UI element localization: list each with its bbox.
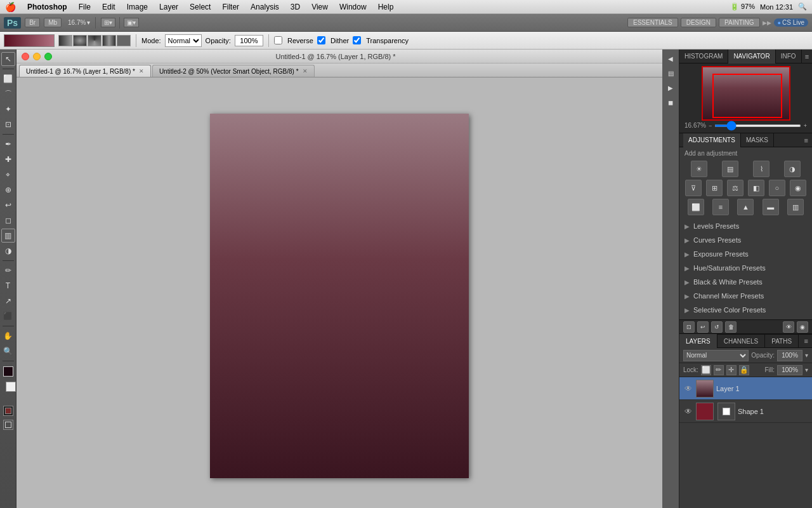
zoom-dropdown-arrow[interactable]: ▾ <box>87 19 90 26</box>
transparency-checkbox[interactable] <box>353 36 361 44</box>
adj-previous-icon[interactable]: ↩ <box>697 321 709 333</box>
layer-row-layer1[interactable]: 👁 Layer 1 <box>679 377 812 400</box>
shape1-visibility-icon[interactable]: 👁 <box>683 406 693 417</box>
adj-clips-icon[interactable]: ⊡ <box>683 321 695 333</box>
levels-icon[interactable]: ▤ <box>722 161 738 177</box>
crop-tool[interactable]: ⊡ <box>1 117 15 131</box>
eyedropper-tool[interactable]: ✒ <box>1 137 15 151</box>
exposure-presets-row[interactable]: ▶ Exposure Presets <box>679 247 812 261</box>
adjustments-menu-icon[interactable]: ≡ <box>804 137 808 144</box>
opacity-input[interactable] <box>235 35 263 46</box>
search-icon[interactable]: 🔍 <box>798 3 807 11</box>
layers-panel-menu-icon[interactable]: ≡ <box>801 337 812 345</box>
apple-menu[interactable]: 🍎 <box>5 2 16 12</box>
curves-presets-row[interactable]: ▶ Curves Presets <box>679 233 812 247</box>
layer-row-shape1[interactable]: 👁 Shape 1 <box>679 400 812 423</box>
pen-tool[interactable]: ✏ <box>1 264 15 277</box>
selective-color-icon2[interactable]: ▥ <box>787 199 804 215</box>
brightness-contrast-icon[interactable]: ☀ <box>691 161 707 177</box>
menu-layer[interactable]: Layer <box>154 1 183 13</box>
navigator-preview[interactable] <box>702 66 790 121</box>
shape-tool[interactable]: ⬛ <box>1 309 15 323</box>
gradient-map-icon[interactable]: ▬ <box>763 199 779 215</box>
tab-untitled1[interactable]: Untitled-1 @ 16.7% (Layer 1, RGB/8) * ✕ <box>19 65 151 77</box>
lock-position-icon[interactable]: ✛ <box>726 365 737 375</box>
hand-tool[interactable]: ✋ <box>1 329 15 343</box>
close-button[interactable] <box>22 53 29 60</box>
adj-reset-icon[interactable]: ↺ <box>711 321 723 333</box>
channel-mixer-icon[interactable]: ◉ <box>790 180 806 196</box>
brush-tool[interactable]: ⌖ <box>1 168 15 182</box>
painting-button[interactable]: PAINTING <box>719 18 759 27</box>
channel-mixer-presets-row[interactable]: ▶ Channel Mixer Presets <box>679 289 812 303</box>
hue-sat-presets-row[interactable]: ▶ Hue/Saturation Presets <box>679 261 812 275</box>
tab-close-icon2[interactable]: ✕ <box>303 68 308 74</box>
eraser-tool[interactable]: ◻ <box>1 213 15 227</box>
menu-file[interactable]: File <box>74 1 96 13</box>
top-panel-menu-icon[interactable]: ≡ <box>802 50 812 64</box>
photo-filter-icon[interactable]: ○ <box>769 180 785 196</box>
lock-transparent-icon[interactable]: ⬜ <box>701 365 711 375</box>
zoom-out-icon[interactable]: − <box>709 123 712 129</box>
exposure-icon[interactable]: ◑ <box>784 161 801 177</box>
paths-tab[interactable]: PATHS <box>765 334 799 348</box>
adjustments-tab[interactable]: ADJUSTMENTS <box>683 133 741 147</box>
bw-icon[interactable]: ◧ <box>748 180 764 196</box>
menu-filter[interactable]: Filter <box>217 1 244 13</box>
opacity-input[interactable] <box>777 350 802 361</box>
tab-close-icon1[interactable]: ✕ <box>139 68 144 74</box>
mode-select[interactable]: Normal <box>165 34 202 47</box>
menu-image[interactable]: Image <box>122 1 153 13</box>
fill-dropdown-arrow[interactable]: ▾ <box>805 366 808 373</box>
move-tool[interactable]: ↖ <box>1 52 15 66</box>
lasso-tool[interactable]: ⌒ <box>1 87 15 101</box>
adj-color-icon[interactable]: ◉ <box>797 321 808 333</box>
masks-tab[interactable]: MASKS <box>741 133 774 147</box>
threshold-icon[interactable]: ▲ <box>737 199 754 215</box>
diamond-gradient-button[interactable] <box>117 35 131 46</box>
panel-toggle2[interactable]: ▤ <box>664 67 677 79</box>
layer1-visibility-icon[interactable]: 👁 <box>683 384 693 394</box>
adj-eye-icon[interactable]: 👁 <box>783 321 794 333</box>
fill-input[interactable] <box>777 365 802 375</box>
br-button[interactable]: Br <box>25 18 40 27</box>
tab-histogram[interactable]: HISTOGRAM <box>679 50 728 64</box>
layers-tab[interactable]: LAYERS <box>679 334 717 348</box>
radial-gradient-button[interactable] <box>73 35 87 46</box>
zoom-in-icon[interactable]: + <box>804 123 807 129</box>
invert-icon[interactable]: ⬜ <box>688 199 704 215</box>
heal-tool[interactable]: ✚ <box>1 152 15 166</box>
zoom-slider[interactable] <box>714 124 801 127</box>
mb-button[interactable]: Mb <box>44 18 62 27</box>
channels-tab[interactable]: CHANNELS <box>717 334 765 348</box>
menu-select[interactable]: Select <box>185 1 216 13</box>
opacity-dropdown-arrow[interactable]: ▾ <box>805 352 808 359</box>
gradient-preview[interactable] <box>4 34 55 47</box>
clone-tool[interactable]: ⊕ <box>1 183 15 197</box>
dither-checkbox[interactable] <box>317 36 325 44</box>
panel-toggle1[interactable]: ◀ <box>664 52 677 65</box>
path-selection-tool[interactable]: ↗ <box>1 294 15 308</box>
essentials-button[interactable]: ESSENTIALS <box>627 18 678 27</box>
maximize-button[interactable] <box>44 53 52 60</box>
curves-icon[interactable]: ⌇ <box>753 161 769 177</box>
screen-mode-icon[interactable] <box>3 420 13 430</box>
history-tool[interactable]: ↩ <box>1 198 15 212</box>
linear-gradient-button[interactable] <box>58 35 72 46</box>
lock-image-icon[interactable]: ✏ <box>714 365 724 375</box>
zoom-tool[interactable]: 🔍 <box>1 344 15 358</box>
tab-navigator[interactable]: NAVIGATOR <box>728 50 775 64</box>
menu-help[interactable]: Help <box>373 1 399 13</box>
hue-saturation-icon[interactable]: ⊞ <box>706 180 723 196</box>
reverse-checkbox[interactable] <box>274 36 282 44</box>
menu-photoshop[interactable]: Photoshop <box>22 1 72 13</box>
lock-all-icon[interactable]: 🔒 <box>739 365 749 375</box>
adj-delete-icon[interactable]: 🗑 <box>725 321 737 333</box>
menu-edit[interactable]: Edit <box>97 1 121 13</box>
quick-select-tool[interactable]: ✦ <box>1 102 15 116</box>
color-balance-icon[interactable]: ⚖ <box>727 180 743 196</box>
panel-toggle3[interactable]: ▶ <box>664 81 677 94</box>
cs-live-button[interactable]: ● CS Live <box>774 18 808 27</box>
dodge-tool[interactable]: ◑ <box>1 244 15 258</box>
text-tool[interactable]: T <box>1 279 15 293</box>
